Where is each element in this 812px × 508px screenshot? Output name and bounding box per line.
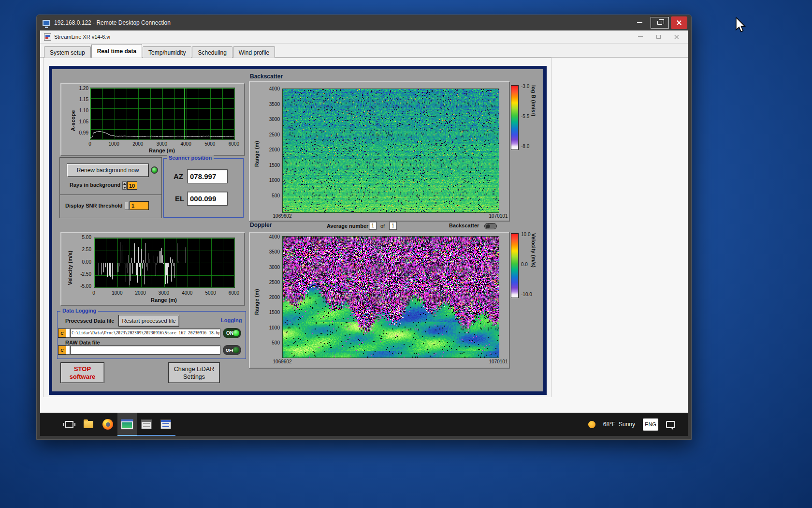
snr-value[interactable]: 1	[130, 201, 149, 210]
raw-path-input[interactable]	[70, 345, 220, 355]
processed-drive-box[interactable]: C	[58, 329, 66, 338]
doppler-colorbar	[511, 233, 519, 298]
backscatter-title: Backscatter	[250, 73, 283, 80]
stop-software-button[interactable]: STOP software	[60, 362, 104, 383]
ascope-xtick: 0	[82, 141, 98, 147]
rdp-close-button[interactable]	[671, 16, 687, 29]
processed-path-input[interactable]: C:\Lidar\Data\Proc\2023\202309\20230916\…	[70, 329, 220, 338]
el-label: EL	[175, 194, 184, 203]
raw-path-browse-icon[interactable]	[66, 345, 70, 355]
velocity-xtick: 6000	[226, 290, 242, 296]
velocity-ytick: -2.50	[80, 271, 91, 277]
backscatter-ylabel: Range (m)	[254, 128, 260, 167]
weather-desc: Sunny	[619, 421, 635, 428]
minimize-icon	[637, 22, 642, 23]
change-lidar-settings-button[interactable]: Change LiDAR Settings	[168, 362, 220, 383]
processed-logging-state: ON	[226, 330, 233, 336]
velocity-ytick: -5.00	[80, 284, 91, 289]
app-titlebar[interactable]: StreamLine XR v14-6.vi	[40, 30, 688, 44]
main-panel: A-scope 1.201.151.101.050.99 01000200030…	[49, 66, 547, 395]
remote-desktop-icon	[43, 20, 50, 26]
ascope-ytick: 1.20	[79, 86, 88, 91]
app-window-controls	[638, 34, 679, 39]
backscatter-ytick: 3000	[269, 117, 280, 122]
app-maximize-button[interactable]	[656, 35, 661, 39]
el-value[interactable]: 000.099	[187, 192, 228, 206]
raw-logging-switch[interactable]: OFF	[223, 345, 241, 355]
renew-background-button[interactable]: Renew background now	[67, 164, 149, 177]
app-minimize-button[interactable]	[638, 36, 643, 37]
pinned-app-2-button[interactable]	[156, 413, 175, 436]
backscatter-colorbar-tick: -5.5	[521, 114, 529, 119]
rdp-minimize-button[interactable]	[630, 17, 649, 29]
velocity-plot	[94, 238, 235, 288]
velocity-xtick: 5000	[203, 290, 219, 296]
weather-icon[interactable]	[588, 421, 595, 428]
backscatter-ytick: 1000	[269, 178, 280, 183]
tab-system-setup[interactable]: System setup	[44, 46, 91, 58]
velocity-ylabel: Velocity (m/s)	[67, 240, 73, 285]
notification-icon[interactable]	[666, 421, 675, 428]
average-number-label: Average number	[327, 223, 368, 229]
weather-text[interactable]: 68°F Sunny	[603, 421, 635, 428]
tab-temp-humidity[interactable]: Temp/humidity	[143, 46, 191, 58]
doppler-ytick: 3500	[269, 249, 280, 254]
task-view-icon	[65, 421, 73, 428]
of-total-input[interactable]: 1	[389, 222, 397, 230]
tab-wind-profile[interactable]: Wind profile	[233, 46, 275, 58]
ascope-ytick: 1.10	[79, 108, 88, 113]
doppler-ytick: 3000	[269, 265, 280, 270]
doppler-title: Doppler	[250, 222, 272, 228]
velocity-graph: Velocity (m/s) 5.002.500.00-2.50-5.00 01…	[60, 232, 245, 306]
tab-scheduling[interactable]: Scheduling	[192, 46, 232, 58]
backscatter-colorbar-ticks: -3.0-5.5-8.0	[521, 84, 529, 149]
streamline-app-icon	[121, 419, 133, 430]
ascope-ytick: 0.99	[79, 130, 88, 135]
tab-real-time-data[interactable]: Real time data	[91, 44, 142, 58]
doppler-plot	[282, 236, 499, 358]
processed-logging-switch[interactable]: ON	[223, 328, 241, 338]
velocity-xtick: 1000	[109, 290, 125, 296]
language-indicator[interactable]: ENG	[643, 418, 658, 431]
rays-spinner[interactable]	[122, 181, 127, 190]
snr-threshold-group: Display SNR threshold 1	[59, 194, 162, 218]
az-value[interactable]: 078.997	[187, 169, 228, 183]
raw-drive-box[interactable]: C	[58, 345, 66, 355]
task-view-button[interactable]	[59, 413, 79, 436]
file-explorer-button[interactable]	[79, 413, 98, 436]
ascope-xticks: 0100020003000400050006000	[82, 141, 242, 147]
backscatter-ytick: 4000	[269, 86, 280, 91]
app-close-button[interactable]	[674, 34, 679, 39]
restart-processed-file-label: Restart processed file	[122, 318, 175, 324]
labview-app-icon	[44, 33, 51, 41]
rays-value[interactable]: 10	[127, 181, 137, 190]
renew-background-label: Renew background now	[77, 167, 139, 174]
desktop: 192.168.0.122 - Remote Desktop Connectio…	[0, 0, 812, 508]
firefox-button[interactable]	[98, 413, 117, 436]
rays-in-background-label: Rays in background	[70, 182, 120, 188]
close-icon	[676, 20, 682, 26]
backscatter-doppler-switch[interactable]	[484, 223, 497, 229]
restart-processed-file-button[interactable]: Restart processed file	[118, 315, 179, 327]
data-logging-title: Data Logging	[60, 308, 98, 314]
rdp-titlebar[interactable]: 192.168.0.122 - Remote Desktop Connectio…	[37, 15, 691, 30]
streamline-app-button[interactable]	[117, 413, 137, 436]
doppler-yticks: 4000350030002500200015001000500	[263, 234, 280, 345]
app-title: StreamLine XR v14-6.vi	[54, 34, 110, 40]
processed-path-browse-icon[interactable]	[66, 329, 70, 338]
backscatter-colorbar-tick: -8.0	[521, 144, 529, 149]
doppler-ytick: 2500	[269, 280, 280, 285]
backscatter-ytick: 1500	[269, 163, 280, 168]
pinned-app-1-button[interactable]	[137, 413, 156, 436]
snr-spinner[interactable]	[125, 202, 129, 210]
average-number-input[interactable]: 1	[369, 222, 377, 230]
rdp-restore-button[interactable]	[651, 17, 669, 29]
taskbar-tray: 68°F Sunny ENG	[588, 418, 688, 431]
off-knob-icon	[233, 347, 239, 353]
velocity-xtick: 0	[86, 290, 102, 296]
ascope-xtick: 2000	[130, 141, 146, 147]
backscatter-ytick: 2000	[269, 147, 280, 152]
pinned-app-1-icon	[141, 419, 152, 429]
stop-label-line2: software	[70, 373, 95, 381]
velocity-yticks: 5.002.500.00-2.50-5.00	[74, 235, 91, 289]
